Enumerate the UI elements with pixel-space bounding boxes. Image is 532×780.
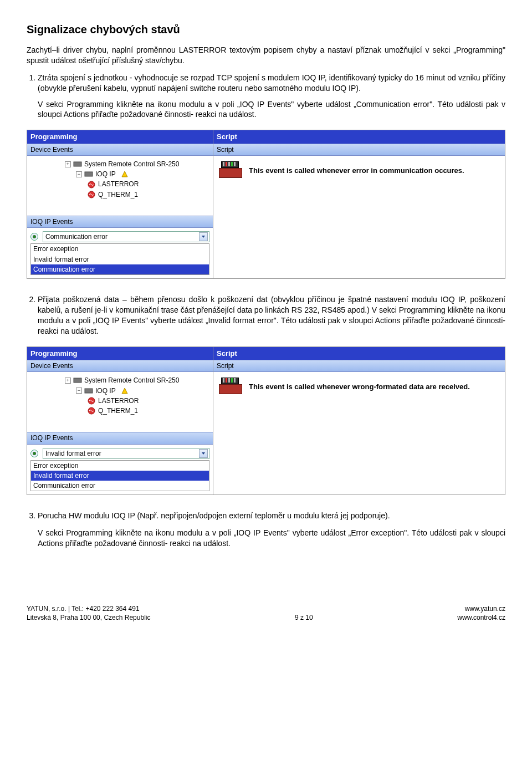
script-panel: Script Script This event is called whene… [213, 346, 505, 496]
expand-icon[interactable]: + [65, 378, 71, 384]
tree-label: Q_THERM_1 [98, 190, 138, 199]
dropdown-value: Communication error [45, 232, 108, 241]
device-icon [84, 170, 93, 179]
svg-marker-5 [202, 236, 205, 238]
event-dropdown[interactable]: Communication error [43, 231, 209, 242]
ioq-events-header[interactable]: IOQ IP Events [27, 432, 213, 444]
module-icon [219, 161, 241, 178]
footer-address: Litevská 8, Praha 100 00, Czech Republic [27, 613, 150, 622]
tree-sr250[interactable]: + System Remote Control SR-250 [32, 159, 211, 169]
device-icon [84, 386, 93, 395]
item3-p2: V sekci Programming klikněte na ikonu mo… [38, 528, 505, 549]
list-item-2: Přijata poškozená data – během přenosu d… [38, 294, 505, 337]
programming-title: Programming [27, 130, 213, 144]
warning-icon [120, 386, 129, 395]
programming-panel: Programming Device Events + System Remot… [27, 130, 213, 279]
tree-ioqip[interactable]: − IOQ IP [32, 386, 211, 396]
page-heading: Signalizace chybových stavů [27, 22, 505, 37]
page-footer: YATUN, s.r.o. | Tel.: +420 222 364 491 L… [27, 604, 505, 622]
item1-p2: V sekci Programming klikněte na ikonu mo… [38, 99, 505, 120]
svg-marker-2 [122, 171, 127, 177]
tree-label: System Remote Control SR-250 [84, 160, 179, 169]
ioq-events-header[interactable]: IOQ IP Events [27, 216, 213, 228]
svg-rect-7 [85, 389, 93, 393]
module-icon [219, 378, 241, 394]
device-icon [73, 376, 82, 385]
tree-label: IOQ IP [95, 386, 116, 395]
svg-rect-0 [74, 162, 81, 166]
collapse-icon[interactable]: − [76, 388, 82, 394]
device-icon [73, 160, 82, 169]
svg-marker-11 [202, 452, 205, 455]
event-listbox[interactable]: Error exception Invalid format error Com… [30, 460, 209, 492]
tree-label: IOQ IP [95, 170, 116, 179]
script-title: Script [213, 347, 505, 360]
variable-icon [87, 180, 96, 189]
footer-url-1: www.yatun.cz [457, 604, 505, 613]
svg-rect-1 [85, 172, 93, 176]
programming-title: Programming [27, 347, 213, 360]
events-area: Invalid format error Error exception Inv… [27, 445, 213, 495]
svg-marker-8 [122, 388, 127, 394]
variable-icon [87, 190, 96, 199]
list-item-1: Ztráta spojení s jednotkou - vyhodnocuje… [38, 73, 505, 120]
device-tree: + System Remote Control SR-250 − IOQ IP [27, 372, 213, 432]
chevron-down-icon[interactable] [199, 232, 208, 241]
item3-p1: Porucha HW modulu IOQ IP (Např. nepřipoj… [38, 511, 390, 520]
device-tree: + System Remote Control SR-250 − IOQ IP [27, 156, 213, 216]
programming-panel: Programming Device Events + System Remot… [27, 346, 213, 496]
warning-icon [120, 170, 129, 179]
events-area: Communication error Error exception Inva… [27, 228, 213, 278]
tree-ioqip[interactable]: − IOQ IP [32, 169, 211, 179]
event-listbox[interactable]: Error exception Invalid format error Com… [30, 243, 209, 275]
tree-qtherm[interactable]: Q_THERM_1 [32, 190, 211, 200]
collapse-icon[interactable]: − [76, 171, 82, 177]
script-message: This event is called whenever wrong-form… [249, 378, 470, 392]
radio-selected-icon[interactable] [30, 450, 38, 457]
variable-icon [87, 406, 96, 415]
footer-page-number: 9 z 10 [295, 613, 313, 622]
screenshot-2: Programming Device Events + System Remot… [27, 346, 505, 496]
device-events-header[interactable]: Device Events [27, 144, 213, 156]
tree-label: LASTERROR [98, 396, 139, 405]
list-option[interactable]: Invalid format error [31, 254, 209, 264]
script-message: This event is called whenever error in c… [249, 161, 464, 176]
tree-lasterror[interactable]: LASTERROR [32, 179, 211, 189]
tree-label: LASTERROR [98, 180, 139, 188]
list-option-selected[interactable]: Invalid format error [31, 471, 209, 481]
screenshot-1: Programming Device Events + System Remot… [27, 130, 505, 279]
footer-company: YATUN, s.r.o. | Tel.: +420 222 364 491 [27, 604, 150, 613]
tree-qtherm[interactable]: Q_THERM_1 [32, 406, 211, 416]
tree-sr250[interactable]: + System Remote Control SR-250 [32, 375, 211, 385]
tree-label: Q_THERM_1 [98, 406, 138, 415]
dropdown-value: Invalid format error [45, 449, 101, 458]
list-option[interactable]: Communication error [31, 481, 209, 491]
tree-lasterror[interactable]: LASTERROR [32, 396, 211, 406]
script-sub[interactable]: Script [213, 360, 505, 372]
radio-selected-icon[interactable] [30, 233, 38, 241]
device-events-header[interactable]: Device Events [27, 360, 213, 372]
list-item-3: Porucha HW modulu IOQ IP (Např. nepřipoj… [38, 511, 505, 521]
script-panel: Script Script This event is called whene… [213, 130, 505, 279]
list-option-selected[interactable]: Communication error [31, 264, 209, 274]
footer-url-2: www.control4.cz [457, 613, 505, 622]
tree-label: System Remote Control SR-250 [84, 376, 179, 385]
intro-paragraph: Zachytí–li driver chybu, naplní proměnno… [27, 45, 505, 66]
event-dropdown[interactable]: Invalid format error [43, 448, 209, 459]
expand-icon[interactable]: + [65, 161, 71, 167]
item1-p1: Ztráta spojení s jednotkou - vyhodnocuje… [38, 73, 505, 93]
variable-icon [87, 396, 96, 405]
svg-rect-6 [74, 378, 81, 383]
list-option[interactable]: Error exception [31, 244, 209, 254]
chevron-down-icon[interactable] [199, 449, 208, 458]
script-sub[interactable]: Script [213, 144, 505, 156]
list-option[interactable]: Error exception [31, 461, 209, 471]
script-title: Script [213, 130, 505, 144]
